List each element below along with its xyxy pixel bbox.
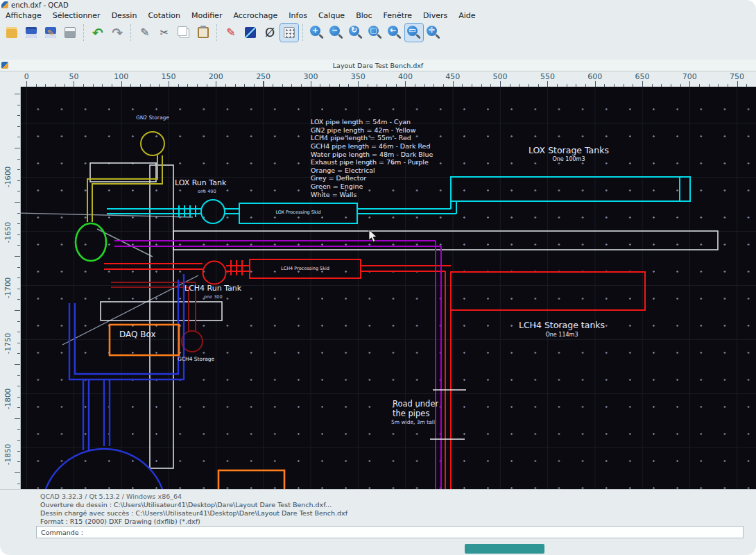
- menu-item-modifier[interactable]: Modifier: [186, 11, 227, 20]
- toolbar-cut-icon[interactable]: ✂: [155, 24, 173, 42]
- toolbar-zoom-auto-icon[interactable]: ↻: [347, 24, 365, 42]
- legend-line: LOX pipe length = 54m - Cyan: [311, 118, 433, 126]
- status-bar: QCAD 3.32.3 / Qt 5.13.2 / Windows x86_64…: [0, 489, 756, 525]
- toolbar-print-icon[interactable]: [61, 24, 79, 42]
- legend-line: White = Walls: [311, 191, 433, 199]
- road-sub: 5m wide, 3m tall: [391, 419, 435, 425]
- toolbar-red-pencil-icon[interactable]: ✎: [222, 24, 240, 42]
- toolbar-open-icon[interactable]: [3, 24, 21, 42]
- status-line: Ouverture du dessin : C:\Users\Utilisate…: [40, 501, 756, 509]
- tab-document[interactable]: Layout Dare Test Bench.dxf: [333, 62, 423, 69]
- legend-line: Orange = Electrical: [311, 166, 433, 175]
- menu-item-calque[interactable]: Calque: [313, 11, 350, 20]
- toolbar-zoom-in-icon[interactable]: +: [308, 24, 326, 42]
- document-icon: [1, 62, 8, 69]
- legend-line: Grey = Deflector: [311, 174, 433, 182]
- toolbar-separator-3-icon[interactable]: [214, 24, 220, 42]
- status-line: Dessin chargé avec succès : C:\Users\Uti…: [40, 509, 756, 518]
- menu-item-bloc[interactable]: Bloc: [350, 11, 377, 20]
- lch4-storage-label: LCH4 Storage tanks: [492, 320, 631, 331]
- engine-circle: [76, 223, 106, 261]
- toolbar-zoom-extents-icon[interactable]: ▢: [366, 24, 384, 42]
- lox-skid-label: LOX Processing Skid: [239, 210, 357, 215]
- menu-item-dessin[interactable]: Dessin: [106, 11, 143, 20]
- legend-line: GN2 pipe length = 42m - Yellow: [311, 126, 433, 135]
- command-line: Commande :: [36, 526, 744, 538]
- lox-run-tank-sub: one 490: [198, 189, 216, 194]
- window-title: ench.dxf - QCAD: [11, 1, 69, 9]
- drawing-canvas[interactable]: LOX pipe length = 54m - CyanGN2 pipe len…: [21, 87, 756, 489]
- hruler-tick-200: 200: [192, 72, 239, 81]
- menu-item-affichage[interactable]: Affichage: [0, 11, 47, 20]
- electrical: [110, 325, 284, 489]
- toolbar-grid-icon[interactable]: [280, 24, 298, 42]
- lox-run-tank-label: LOX Run Tank: [175, 178, 226, 188]
- app-icon: [1, 1, 8, 8]
- toolbar-copy-icon[interactable]: [175, 24, 193, 42]
- toolbar-save-icon[interactable]: [22, 24, 40, 42]
- hruler-tick-250: 250: [239, 72, 286, 81]
- toolbar-null-circle-icon[interactable]: Ø: [261, 24, 279, 42]
- legend-line: GCH4 pipe length = 46m - Dark Red: [311, 142, 433, 151]
- daq-box-label: DAQ Box: [119, 330, 156, 340]
- qcad-window: ench.dxf - QCAD AffichageSélectionnerDes…: [0, 0, 756, 555]
- status-line: QCAD 3.32.3 / Qt 5.13.2 / Windows x86_64: [40, 493, 756, 501]
- pipe-legend: LOX pipe length = 54m - CyanGN2 pipe len…: [311, 102, 433, 198]
- toolbar-separator-1-icon[interactable]: [81, 24, 87, 42]
- mouse-cursor: [368, 230, 378, 244]
- toolbar-separator-2-icon[interactable]: [128, 24, 134, 42]
- lch4-pipes: [104, 259, 645, 489]
- lch4-skid-label: LCH4 Processing Skid: [250, 266, 361, 271]
- lch4-run-tank-label: LCH4 Run Tank: [184, 284, 241, 293]
- gn2-storage-label: GN2 Storage: [136, 114, 169, 121]
- toolbar-pan-icon[interactable]: ✛: [424, 24, 443, 42]
- command-label: Commande :: [41, 529, 83, 536]
- menu-item-selectionner[interactable]: Sélectionner: [47, 11, 106, 20]
- hruler-tick-50: 50: [50, 72, 97, 81]
- lox-storage-sub: One 100m3: [499, 156, 638, 163]
- horizontal-ruler: 0501001502002503003504004505005506006507…: [21, 71, 756, 87]
- menu-item-fenetre[interactable]: Fenêtre: [378, 11, 418, 20]
- toolbar-paste-icon[interactable]: [194, 24, 212, 42]
- toolbar-undo-icon[interactable]: ↶: [89, 24, 107, 42]
- toolbar-blue-panel-icon[interactable]: [241, 24, 259, 42]
- toolbar-separator-4-icon[interactable]: [300, 24, 306, 42]
- toolbar-pencil-icon[interactable]: ✎: [136, 24, 154, 42]
- toolbar-zoom-previous-icon[interactable]: ←: [386, 24, 404, 42]
- taskbar-chip: [465, 544, 544, 554]
- vertical-ruler: -1600-1650-1700-1750-1800-1850: [0, 87, 21, 489]
- menu-item-divers[interactable]: Divers: [418, 11, 453, 20]
- legend-line: LCH4 pipe length = 55m - Red: [311, 134, 433, 142]
- hruler-tick-100: 100: [98, 72, 145, 81]
- gch4-storage-label: GCH4 Storage: [178, 356, 214, 362]
- hruler-tick-150: 150: [145, 72, 192, 81]
- menu-bar: AffichageSélectionnerDessinCotationModif…: [0, 10, 756, 21]
- status-line: Format : R15 (2000) DXF Drawing (dxflib)…: [40, 518, 756, 526]
- lch4-run-tank-sub: one 300: [204, 294, 223, 300]
- toolbar-save-as-icon[interactable]: ✎: [42, 24, 60, 42]
- command-input[interactable]: [87, 527, 743, 538]
- legend-line: Water pipe length = 48m - Dark Blue: [311, 151, 433, 159]
- lox-storage-label: LOX Storage Tanks: [499, 145, 638, 156]
- hruler-tick-600: 600: [572, 72, 619, 81]
- toolbar-zoom-out-icon[interactable]: −: [327, 24, 345, 42]
- hruler-tick-400: 400: [381, 72, 429, 81]
- road-label: Road under the pipes: [393, 399, 438, 419]
- menu-item-accrochage[interactable]: Accrochage: [227, 11, 283, 20]
- hruler-tick-750: 750: [713, 72, 756, 81]
- hruler-tick-0: 0: [3, 72, 50, 81]
- hruler-tick-700: 700: [666, 72, 713, 81]
- title-bar: ench.dxf - QCAD: [0, 0, 756, 10]
- hruler-tick-450: 450: [429, 72, 476, 81]
- tab-bar: Layout Dare Test Bench.dxf: [0, 60, 756, 71]
- menu-item-infos[interactable]: Infos: [283, 11, 313, 20]
- toolbar-redo-icon[interactable]: ↷: [108, 24, 126, 42]
- legend-line: Green = Engine: [311, 182, 433, 191]
- hruler-tick-500: 500: [476, 72, 524, 81]
- toolbar-zoom-window-icon[interactable]: ▭: [405, 24, 423, 42]
- menu-item-aide[interactable]: Aide: [453, 11, 481, 20]
- hruler-tick-650: 650: [619, 72, 666, 81]
- toolbar: ✎↶↷✎✂✎Ø+−↻▢←▭✛: [0, 21, 756, 44]
- menu-item-cotation[interactable]: Cotation: [142, 11, 186, 20]
- hruler-tick-550: 550: [524, 72, 571, 81]
